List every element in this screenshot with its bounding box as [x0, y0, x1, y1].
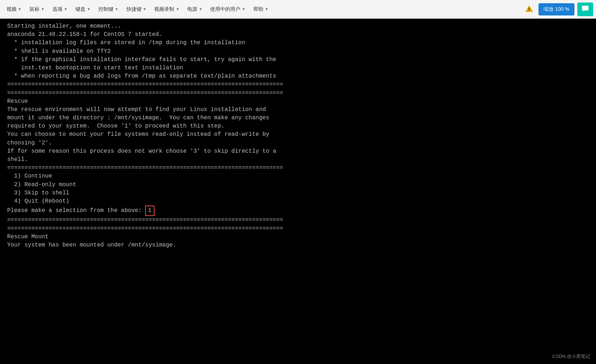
- terminal-line: shell.: [7, 156, 589, 164]
- terminal-line: * shell is available on TTY2: [7, 47, 589, 56]
- toolbar: 视频 ▼ 鼠标 ▼ 选项 ▼ 键盘 ▼ 控制键 ▼ 快捷键 ▼ 视频录制 ▼ 电…: [0, 0, 596, 19]
- terminal-line: Your system has been mounted under /mnt/…: [7, 241, 589, 249]
- svg-text:!: !: [528, 7, 530, 12]
- terminal-line: Rescue Mount: [7, 233, 589, 241]
- mouse-label: 鼠标: [29, 6, 40, 13]
- warning-icon: !: [525, 5, 533, 14]
- video-label: 视频: [6, 6, 17, 13]
- terminal-line: * if the graphical installation interfac…: [7, 56, 589, 64]
- terminal-line: ========================================…: [7, 164, 589, 172]
- zoom-button[interactable]: 缩放 100 %: [539, 3, 574, 15]
- record-label: 视频录制: [154, 6, 174, 13]
- terminal-line: anaconda 21.48.22.158-1 for CentOS 7 sta…: [7, 31, 589, 39]
- toolbar-right: ! 缩放 100 %: [523, 3, 593, 16]
- terminal-line: 3) Skip to shell: [7, 189, 589, 197]
- terminal-line: choosing '2'.: [7, 139, 589, 147]
- options-arrow: ▼: [64, 7, 68, 11]
- terminal-area[interactable]: Starting installer, one moment...anacond…: [0, 19, 596, 364]
- terminal-line: inst.text bootoption to start text insta…: [7, 64, 589, 72]
- mouse-arrow: ▼: [41, 7, 45, 11]
- power-menu-btn[interactable]: 电源 ▼: [184, 4, 206, 15]
- terminal-line: required to your system. Choose '1' to p…: [7, 122, 589, 130]
- control-menu-btn[interactable]: 控制键 ▼: [95, 4, 122, 15]
- shortcuts-arrow: ▼: [143, 7, 147, 11]
- help-menu-btn[interactable]: 帮助 ▼: [250, 4, 272, 15]
- options-label: 选项: [52, 6, 63, 13]
- terminal-line: 1) Continue: [7, 172, 589, 180]
- terminal-line: ========================================…: [7, 80, 589, 89]
- help-label: 帮助: [253, 6, 263, 13]
- terminal-line: * when reporting a bug add logs from /tm…: [7, 72, 589, 80]
- terminal-line: You can choose to mount your file system…: [7, 130, 589, 139]
- terminal-line: ========================================…: [7, 89, 589, 97]
- terminal-line: If for some reason this process does not…: [7, 147, 589, 156]
- control-arrow: ▼: [115, 7, 119, 11]
- terminal-line: ========================================…: [7, 225, 589, 233]
- power-arrow: ▼: [199, 7, 202, 11]
- shortcuts-label: 快捷键: [126, 6, 142, 13]
- chat-button[interactable]: [577, 3, 593, 16]
- terminal-line: * installation log files are stored in /…: [7, 39, 589, 47]
- terminal-line: Rescue: [7, 97, 589, 106]
- keyboard-arrow: ▼: [87, 7, 91, 11]
- video-menu-btn[interactable]: 视频 ▼: [3, 4, 25, 15]
- svg-marker-3: [583, 10, 585, 11]
- options-menu-btn[interactable]: 选项 ▼: [49, 4, 71, 15]
- shortcuts-menu-btn[interactable]: 快捷键 ▼: [123, 4, 150, 15]
- video-arrow: ▼: [18, 7, 22, 11]
- warning-button[interactable]: !: [523, 3, 536, 16]
- terminal-line: 4) Quit (Reboot): [7, 197, 589, 206]
- help-arrow: ▼: [265, 7, 268, 11]
- chat-icon: [582, 5, 589, 13]
- keyboard-label: 键盘: [75, 6, 86, 13]
- users-label: 使用中的用户: [210, 6, 240, 13]
- terminal-line: Please make a selection from the above: …: [7, 206, 589, 216]
- terminal-line: ========================================…: [7, 216, 589, 224]
- selection-input[interactable]: 1: [145, 206, 154, 216]
- terminal-line: 2) Read-only mount: [7, 181, 589, 189]
- terminal-line: mount it under the directory : /mnt/sysi…: [7, 114, 589, 122]
- record-arrow: ▼: [176, 7, 179, 11]
- svg-rect-2: [582, 6, 588, 10]
- users-menu-btn[interactable]: 使用中的用户 ▼: [207, 4, 249, 15]
- control-label: 控制键: [98, 6, 114, 13]
- mouse-menu-btn[interactable]: 鼠标 ▼: [26, 4, 48, 15]
- terminal-line: Starting installer, one moment...: [7, 22, 589, 31]
- keyboard-menu-btn[interactable]: 键盘 ▼: [72, 4, 94, 15]
- record-menu-btn[interactable]: 视频录制 ▼: [151, 4, 183, 15]
- users-arrow: ▼: [242, 7, 245, 11]
- watermark: CSDN @小黑笔记: [552, 353, 590, 360]
- power-label: 电源: [187, 6, 197, 13]
- terminal-line: The rescue environment will now attempt …: [7, 106, 589, 114]
